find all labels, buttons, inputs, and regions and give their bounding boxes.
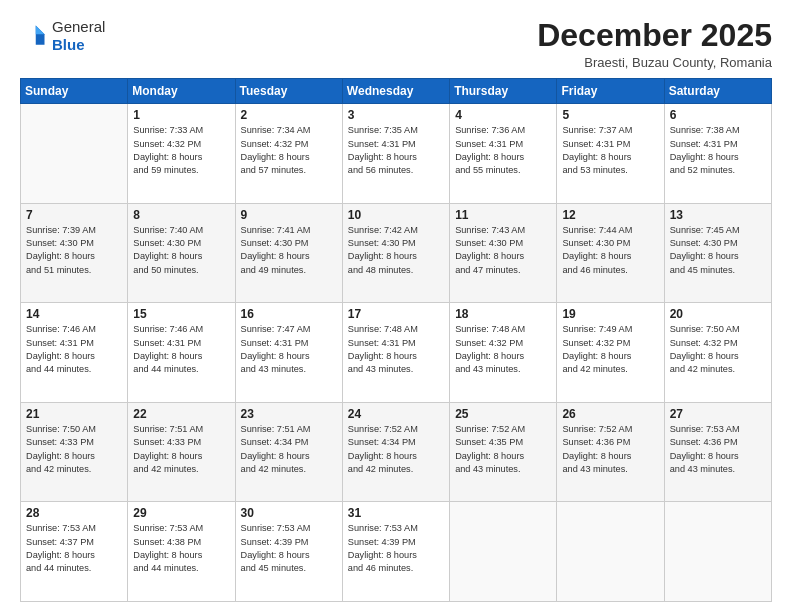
calendar-cell: 26Sunrise: 7:52 AM Sunset: 4:36 PM Dayli… [557, 402, 664, 502]
day-number: 25 [455, 407, 551, 421]
day-number: 22 [133, 407, 229, 421]
day-info: Sunrise: 7:35 AM Sunset: 4:31 PM Dayligh… [348, 124, 444, 177]
day-number: 4 [455, 108, 551, 122]
calendar-cell: 27Sunrise: 7:53 AM Sunset: 4:36 PM Dayli… [664, 402, 771, 502]
logo-text: General Blue [52, 18, 105, 54]
day-info: Sunrise: 7:45 AM Sunset: 4:30 PM Dayligh… [670, 224, 766, 277]
day-info: Sunrise: 7:46 AM Sunset: 4:31 PM Dayligh… [26, 323, 122, 376]
day-header-wednesday: Wednesday [342, 79, 449, 104]
day-header-saturday: Saturday [664, 79, 771, 104]
day-number: 7 [26, 208, 122, 222]
svg-marker-1 [36, 26, 45, 35]
day-number: 1 [133, 108, 229, 122]
calendar-cell: 31Sunrise: 7:53 AM Sunset: 4:39 PM Dayli… [342, 502, 449, 602]
day-info: Sunrise: 7:53 AM Sunset: 4:36 PM Dayligh… [670, 423, 766, 476]
calendar-cell: 12Sunrise: 7:44 AM Sunset: 4:30 PM Dayli… [557, 203, 664, 303]
title-block: December 2025 Braesti, Buzau County, Rom… [537, 18, 772, 70]
day-info: Sunrise: 7:48 AM Sunset: 4:32 PM Dayligh… [455, 323, 551, 376]
calendar-table: SundayMondayTuesdayWednesdayThursdayFrid… [20, 78, 772, 602]
day-info: Sunrise: 7:53 AM Sunset: 4:39 PM Dayligh… [348, 522, 444, 575]
calendar-cell: 9Sunrise: 7:41 AM Sunset: 4:30 PM Daylig… [235, 203, 342, 303]
calendar-cell: 24Sunrise: 7:52 AM Sunset: 4:34 PM Dayli… [342, 402, 449, 502]
day-header-sunday: Sunday [21, 79, 128, 104]
day-info: Sunrise: 7:50 AM Sunset: 4:32 PM Dayligh… [670, 323, 766, 376]
calendar-cell: 8Sunrise: 7:40 AM Sunset: 4:30 PM Daylig… [128, 203, 235, 303]
day-info: Sunrise: 7:44 AM Sunset: 4:30 PM Dayligh… [562, 224, 658, 277]
day-header-friday: Friday [557, 79, 664, 104]
day-number: 8 [133, 208, 229, 222]
calendar-cell [450, 502, 557, 602]
day-number: 18 [455, 307, 551, 321]
logo-general: General [52, 18, 105, 35]
day-info: Sunrise: 7:46 AM Sunset: 4:31 PM Dayligh… [133, 323, 229, 376]
day-info: Sunrise: 7:48 AM Sunset: 4:31 PM Dayligh… [348, 323, 444, 376]
calendar-cell: 5Sunrise: 7:37 AM Sunset: 4:31 PM Daylig… [557, 104, 664, 204]
day-info: Sunrise: 7:47 AM Sunset: 4:31 PM Dayligh… [241, 323, 337, 376]
day-info: Sunrise: 7:51 AM Sunset: 4:34 PM Dayligh… [241, 423, 337, 476]
calendar-cell: 25Sunrise: 7:52 AM Sunset: 4:35 PM Dayli… [450, 402, 557, 502]
day-number: 3 [348, 108, 444, 122]
day-info: Sunrise: 7:53 AM Sunset: 4:38 PM Dayligh… [133, 522, 229, 575]
day-number: 20 [670, 307, 766, 321]
day-number: 2 [241, 108, 337, 122]
day-info: Sunrise: 7:33 AM Sunset: 4:32 PM Dayligh… [133, 124, 229, 177]
day-number: 31 [348, 506, 444, 520]
calendar-cell: 2Sunrise: 7:34 AM Sunset: 4:32 PM Daylig… [235, 104, 342, 204]
day-number: 6 [670, 108, 766, 122]
day-info: Sunrise: 7:53 AM Sunset: 4:37 PM Dayligh… [26, 522, 122, 575]
day-info: Sunrise: 7:36 AM Sunset: 4:31 PM Dayligh… [455, 124, 551, 177]
day-number: 5 [562, 108, 658, 122]
day-number: 26 [562, 407, 658, 421]
day-info: Sunrise: 7:38 AM Sunset: 4:31 PM Dayligh… [670, 124, 766, 177]
logo-blue: Blue [52, 36, 85, 53]
day-number: 13 [670, 208, 766, 222]
day-number: 17 [348, 307, 444, 321]
calendar-cell: 20Sunrise: 7:50 AM Sunset: 4:32 PM Dayli… [664, 303, 771, 403]
day-info: Sunrise: 7:51 AM Sunset: 4:33 PM Dayligh… [133, 423, 229, 476]
day-number: 15 [133, 307, 229, 321]
calendar-cell [557, 502, 664, 602]
calendar-cell: 29Sunrise: 7:53 AM Sunset: 4:38 PM Dayli… [128, 502, 235, 602]
calendar-cell: 11Sunrise: 7:43 AM Sunset: 4:30 PM Dayli… [450, 203, 557, 303]
calendar-cell: 19Sunrise: 7:49 AM Sunset: 4:32 PM Dayli… [557, 303, 664, 403]
day-header-thursday: Thursday [450, 79, 557, 104]
day-info: Sunrise: 7:50 AM Sunset: 4:33 PM Dayligh… [26, 423, 122, 476]
calendar-week-row: 7Sunrise: 7:39 AM Sunset: 4:30 PM Daylig… [21, 203, 772, 303]
calendar-week-row: 21Sunrise: 7:50 AM Sunset: 4:33 PM Dayli… [21, 402, 772, 502]
day-header-monday: Monday [128, 79, 235, 104]
day-number: 23 [241, 407, 337, 421]
calendar-cell: 1Sunrise: 7:33 AM Sunset: 4:32 PM Daylig… [128, 104, 235, 204]
day-number: 21 [26, 407, 122, 421]
day-number: 24 [348, 407, 444, 421]
calendar-cell: 3Sunrise: 7:35 AM Sunset: 4:31 PM Daylig… [342, 104, 449, 204]
calendar-cell: 10Sunrise: 7:42 AM Sunset: 4:30 PM Dayli… [342, 203, 449, 303]
calendar-cell: 28Sunrise: 7:53 AM Sunset: 4:37 PM Dayli… [21, 502, 128, 602]
page: General Blue December 2025 Braesti, Buza… [0, 0, 792, 612]
calendar-week-row: 14Sunrise: 7:46 AM Sunset: 4:31 PM Dayli… [21, 303, 772, 403]
day-info: Sunrise: 7:43 AM Sunset: 4:30 PM Dayligh… [455, 224, 551, 277]
calendar-cell: 16Sunrise: 7:47 AM Sunset: 4:31 PM Dayli… [235, 303, 342, 403]
logo-icon [20, 22, 48, 50]
day-info: Sunrise: 7:49 AM Sunset: 4:32 PM Dayligh… [562, 323, 658, 376]
day-info: Sunrise: 7:42 AM Sunset: 4:30 PM Dayligh… [348, 224, 444, 277]
day-number: 16 [241, 307, 337, 321]
logo: General Blue [20, 18, 105, 54]
day-info: Sunrise: 7:39 AM Sunset: 4:30 PM Dayligh… [26, 224, 122, 277]
day-number: 11 [455, 208, 551, 222]
calendar-week-row: 1Sunrise: 7:33 AM Sunset: 4:32 PM Daylig… [21, 104, 772, 204]
calendar-week-row: 28Sunrise: 7:53 AM Sunset: 4:37 PM Dayli… [21, 502, 772, 602]
calendar-cell: 14Sunrise: 7:46 AM Sunset: 4:31 PM Dayli… [21, 303, 128, 403]
day-header-tuesday: Tuesday [235, 79, 342, 104]
day-number: 27 [670, 407, 766, 421]
day-info: Sunrise: 7:37 AM Sunset: 4:31 PM Dayligh… [562, 124, 658, 177]
day-info: Sunrise: 7:52 AM Sunset: 4:35 PM Dayligh… [455, 423, 551, 476]
day-info: Sunrise: 7:41 AM Sunset: 4:30 PM Dayligh… [241, 224, 337, 277]
calendar-cell: 17Sunrise: 7:48 AM Sunset: 4:31 PM Dayli… [342, 303, 449, 403]
calendar-cell: 15Sunrise: 7:46 AM Sunset: 4:31 PM Dayli… [128, 303, 235, 403]
day-number: 9 [241, 208, 337, 222]
calendar-cell: 18Sunrise: 7:48 AM Sunset: 4:32 PM Dayli… [450, 303, 557, 403]
calendar-cell: 21Sunrise: 7:50 AM Sunset: 4:33 PM Dayli… [21, 402, 128, 502]
calendar-header-row: SundayMondayTuesdayWednesdayThursdayFrid… [21, 79, 772, 104]
month-year: December 2025 [537, 18, 772, 53]
calendar-cell: 22Sunrise: 7:51 AM Sunset: 4:33 PM Dayli… [128, 402, 235, 502]
